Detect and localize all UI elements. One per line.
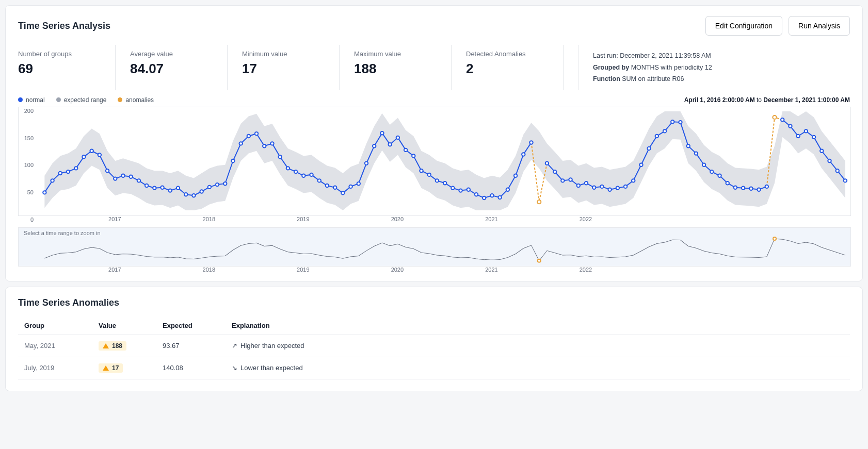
anomaly-badge: 188 [99, 341, 126, 351]
legend-label: anomalies [125, 96, 154, 104]
mini-chart-container: Select a time range to zoom in 201720182… [18, 227, 850, 276]
anomalies-title: Time Series Anomalies [6, 287, 862, 311]
svg-point-86 [726, 181, 729, 185]
x-tick: 2021 [485, 216, 497, 222]
svg-point-96 [812, 135, 815, 138]
svg-point-53 [459, 189, 462, 192]
col-explanation: Explanation [226, 317, 850, 335]
legend-expected: expected range [56, 96, 107, 104]
svg-point-59 [506, 188, 509, 191]
svg-point-92 [781, 118, 784, 121]
warning-icon [103, 365, 109, 371]
svg-point-97 [820, 149, 823, 152]
legend: normal expected range anomalies [18, 96, 154, 104]
legend-anomalies: anomalies [118, 96, 154, 104]
svg-point-102 [773, 115, 776, 119]
range-to: December 1, 2021 1:00:00 AM [763, 96, 850, 104]
mini-x-tick: 2021 [485, 267, 497, 273]
stat-value: 2 [466, 61, 549, 77]
range-from: April 1, 2016 2:00:00 AM [684, 96, 755, 104]
svg-point-0 [43, 191, 46, 194]
svg-point-44 [388, 143, 391, 146]
svg-point-57 [490, 194, 493, 197]
svg-point-21 [208, 185, 211, 188]
cell-expected: 93.67 [156, 335, 226, 357]
svg-point-78 [663, 129, 666, 132]
svg-point-60 [514, 174, 517, 177]
mini-x-tick: 2022 [580, 267, 592, 273]
x-tick: 2019 [297, 216, 309, 222]
stat-value: 69 [18, 61, 101, 77]
grouped-value: MONTHS with periodicity 12 [631, 64, 712, 71]
edit-configuration-button[interactable]: Edit Configuration [705, 16, 782, 36]
svg-point-29 [270, 142, 274, 145]
col-expected: Expected [156, 317, 226, 335]
svg-point-24 [231, 159, 234, 162]
svg-point-31 [286, 167, 290, 170]
col-value: Value [92, 317, 156, 335]
svg-point-99 [835, 169, 839, 172]
card-header: Time Series Analysis Edit Configuration … [18, 16, 850, 36]
mini-hint: Select a time range to zoom in [24, 230, 101, 236]
analysis-card: Time Series Analysis Edit Configuration … [5, 5, 863, 281]
svg-point-88 [742, 186, 745, 189]
legend-normal: normal [18, 96, 45, 104]
cell-group: May, 2021 [18, 335, 92, 357]
warning-icon [103, 343, 109, 348]
x-tick: 2017 [108, 216, 121, 222]
page-title: Time Series Analysis [18, 21, 110, 31]
svg-point-10 [121, 174, 124, 177]
stat-anomalies: Detected Anomalies 2 [466, 45, 564, 90]
svg-point-67 [577, 184, 580, 187]
svg-point-72 [616, 186, 619, 189]
svg-point-82 [695, 152, 698, 155]
svg-point-43 [380, 131, 383, 135]
svg-point-48 [420, 169, 423, 172]
stat-max: Maximum value 188 [354, 45, 452, 90]
y-tick: 100 [16, 162, 34, 168]
svg-point-58 [498, 195, 501, 198]
svg-point-2 [59, 171, 62, 174]
col-group: Group [18, 317, 92, 335]
svg-point-39 [349, 185, 352, 188]
mini-x-tick: 2020 [391, 267, 404, 273]
svg-point-95 [805, 129, 808, 132]
svg-point-64 [553, 170, 556, 173]
table-row[interactable]: July, 201917140.08↘Lower than expected [18, 357, 850, 379]
svg-point-30 [278, 155, 281, 158]
svg-point-61 [522, 153, 525, 156]
svg-point-84 [710, 170, 713, 173]
svg-point-80 [679, 120, 682, 123]
svg-point-6 [90, 149, 93, 152]
last-run-label: Last run: [593, 52, 618, 59]
grouped-label: Grouped by [593, 64, 629, 71]
arrow-down-right-icon: ↘ [232, 364, 237, 372]
table-row[interactable]: May, 202118893.67↗Higher than expected [18, 335, 850, 357]
svg-point-32 [294, 170, 297, 173]
svg-point-83 [702, 163, 705, 166]
y-tick: 200 [16, 108, 34, 114]
time-series-chart[interactable] [18, 107, 851, 216]
svg-point-22 [216, 182, 219, 186]
svg-point-104 [773, 237, 776, 240]
svg-point-101 [537, 200, 541, 204]
mini-x-axis: 201720182019202020212022 [18, 267, 850, 276]
arrow-up-right-icon: ↗ [232, 342, 237, 350]
svg-point-8 [106, 169, 109, 172]
svg-point-93 [789, 124, 792, 127]
svg-point-71 [608, 188, 611, 191]
zoom-range-selector[interactable]: Select a time range to zoom in [18, 227, 851, 267]
y-axis: 050100150200 [16, 107, 37, 225]
mini-chart[interactable] [19, 228, 850, 266]
range-sep: to [757, 96, 762, 104]
svg-point-19 [192, 194, 195, 197]
run-metadata: Last run: December 2, 2021 11:39:58 AM G… [578, 45, 850, 90]
svg-point-16 [169, 189, 172, 192]
run-analysis-button[interactable]: Run Analysis [789, 16, 850, 36]
svg-point-33 [302, 174, 305, 177]
stat-label: Minimum value [242, 50, 325, 58]
svg-point-70 [600, 185, 603, 188]
cell-value: 188 [92, 335, 156, 357]
dot-icon [56, 97, 61, 102]
y-tick: 150 [16, 135, 34, 141]
